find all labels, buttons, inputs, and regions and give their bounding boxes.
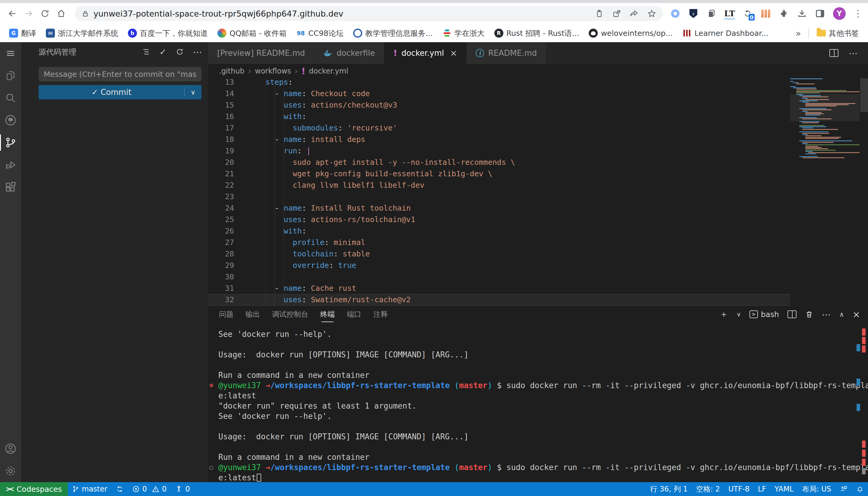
puzzle-extensions-icon[interactable] [779, 9, 789, 19]
code-token [247, 261, 293, 270]
sidebar-item-run-debug[interactable] [0, 154, 21, 176]
github-favicon-icon [589, 29, 598, 38]
commit-dropdown-chevron[interactable]: ∨ [184, 89, 201, 96]
keyboard-layout-indicator[interactable]: 布局: US [798, 482, 835, 496]
bookmark-item[interactable]: ✉浙江大学邮件系统 [41, 27, 123, 40]
sync-changes-button[interactable] [111, 482, 128, 496]
bookmark-item[interactable]: 教学管理信息服务... [348, 27, 438, 40]
bookmark-item[interactable]: b百度一下，你就知道 [123, 27, 213, 40]
breadcrumb-item[interactable]: .github [219, 67, 244, 75]
minimap-viewport[interactable] [790, 94, 859, 121]
panel-tab-输出[interactable]: 输出 [245, 307, 260, 322]
bookmarks-bar: G翻译✉浙江大学邮件系统b百度一下，你就知道QQ邮箱 - 收件箱98CC98论坛… [0, 24, 868, 42]
terminal[interactable]: See 'docker run --help'.Usage: docker ru… [208, 322, 868, 482]
editor-tab--preview-readme-md[interactable]: [Preview] README.md [208, 42, 314, 64]
bookmark-star-icon[interactable] [647, 9, 656, 18]
breadcrumb-item[interactable]: docker.yml [309, 67, 348, 75]
notifications-button[interactable] [852, 482, 868, 496]
browser-menu-icon[interactable]: ⋮ [854, 10, 863, 17]
sidebar-item-explorer[interactable] [0, 64, 21, 87]
close-tab-icon[interactable]: × [450, 48, 457, 58]
view-as-list-icon[interactable] [141, 47, 150, 56]
terminal-shell-selector[interactable]: > bash [749, 310, 779, 319]
extension-shield-icon[interactable]: › [688, 9, 699, 19]
indentation-indicator[interactable]: 空格: 2 [692, 482, 724, 496]
eol-indicator[interactable]: LF [754, 482, 770, 496]
kill-terminal-trash-icon[interactable] [805, 310, 813, 319]
commit-check-icon[interactable]: ✓ [160, 47, 166, 57]
ports-indicator[interactable]: 0 [171, 482, 194, 496]
bookmark-item[interactable]: weloveinterns/op... [584, 27, 677, 40]
close-panel-icon[interactable]: × [853, 309, 860, 320]
editor-tab-readme-md[interactable]: iREADME.md [467, 42, 546, 64]
downloads-icon[interactable] [797, 9, 807, 19]
bookmark-item[interactable]: 98CC98论坛 [291, 27, 348, 40]
code-editor[interactable]: 13 steps:14 - name: Checkout code15 uses… [208, 78, 868, 306]
commit-button[interactable]: ✓ Commit ∨ [39, 85, 201, 99]
panel-more-actions-icon[interactable]: ⋯ [822, 309, 831, 320]
bookmark-item[interactable]: RRust 招聘 - Rust语... [490, 27, 584, 40]
editor-scrollbar[interactable] [860, 78, 868, 112]
editor-tab-dockerfile[interactable]: dockerfile [314, 42, 384, 64]
split-terminal-icon[interactable] [788, 310, 796, 318]
bookmark-label: QQ邮箱 - 收件箱 [229, 28, 286, 38]
extension-bullets-icon[interactable] [761, 9, 771, 19]
side-panel-icon[interactable] [815, 9, 825, 19]
qqmail-favicon-icon [218, 29, 226, 38]
sidebar-item-extensions[interactable] [0, 176, 21, 198]
panel-tab-注释[interactable]: 注释 [373, 307, 388, 322]
command-decoration-running[interactable]: ○ [209, 462, 213, 472]
sidebar-item-search[interactable] [0, 87, 21, 109]
open-in-new-icon[interactable] [612, 9, 621, 18]
terminal-dropdown-chevron[interactable]: ∨ [736, 311, 741, 318]
feedback-button[interactable] [835, 482, 852, 496]
encoding-indicator[interactable]: UTF-8 [724, 482, 754, 496]
bookmark-item[interactable]: 学在浙大 [438, 27, 490, 40]
extension-pages-icon[interactable] [706, 9, 717, 19]
address-bar[interactable]: yunwei37-potential-space-trout-rpr5qwj66… [75, 6, 663, 21]
maximize-panel-icon[interactable]: ∧ [839, 311, 844, 318]
branch-indicator[interactable]: master [68, 482, 111, 496]
bookmark-item[interactable]: G翻译 [4, 27, 41, 40]
code-token: submodules [293, 124, 339, 132]
menu-button[interactable] [0, 42, 21, 64]
panel-tab-问题[interactable]: 问题 [219, 307, 234, 322]
accounts-button[interactable] [0, 437, 21, 460]
browser-profile-avatar[interactable]: Y [833, 7, 846, 20]
language-mode-indicator[interactable]: YAML [770, 482, 798, 496]
breadcrumb-item[interactable]: workflows [255, 67, 291, 75]
update-sync-icon[interactable]: 0 [743, 9, 753, 19]
commit-message-input[interactable] [39, 67, 201, 81]
back-button[interactable] [5, 6, 19, 20]
other-bookmarks-button[interactable]: 其他书签 [812, 27, 864, 40]
sidebar-item-github[interactable] [0, 109, 21, 131]
split-editor-icon[interactable] [829, 49, 838, 57]
sidebar-item-source-control[interactable] [0, 131, 21, 154]
bookmarks-overflow-chevron[interactable]: » [791, 28, 805, 38]
refresh-icon[interactable] [176, 48, 184, 56]
panel-tab-调试控制台[interactable]: 调试控制台 [272, 307, 308, 322]
home-button[interactable] [54, 6, 68, 20]
remote-indicator-codespaces[interactable]: >< Codespaces [0, 482, 68, 496]
terminal-scroll-mark-running [862, 468, 866, 474]
more-actions-icon[interactable]: ⋯ [193, 47, 202, 57]
bookmark-item[interactable]: Learner Dashboar... [678, 27, 773, 40]
bookmark-item[interactable]: QQ邮箱 - 收件箱 [213, 27, 291, 40]
panel-tab-终端[interactable]: 终端 [320, 307, 335, 322]
problems-indicator[interactable]: 0 0 [128, 482, 171, 496]
extension-circle-icon[interactable] [670, 9, 680, 19]
forward-button[interactable] [22, 6, 35, 20]
zju-favicon-icon [353, 29, 362, 38]
languagetool-icon[interactable]: LT [724, 9, 735, 19]
editor-tab-docker-yml[interactable]: !docker.yml× [384, 42, 467, 64]
command-decoration-error[interactable]: ⊗ [209, 380, 213, 390]
reload-button[interactable] [38, 6, 52, 20]
panel-tab-端口[interactable]: 端口 [347, 307, 361, 322]
clipboard-icon[interactable] [595, 9, 604, 18]
share-icon[interactable] [630, 9, 639, 18]
editor-more-actions-icon[interactable]: ⋯ [849, 48, 858, 59]
cursor-position[interactable]: 行 36, 列 1 [646, 482, 692, 496]
settings-button[interactable] [0, 460, 21, 482]
new-terminal-button[interactable]: ＋ [720, 309, 728, 320]
breadcrumb[interactable]: .github›workflows›!docker.yml [208, 64, 868, 78]
